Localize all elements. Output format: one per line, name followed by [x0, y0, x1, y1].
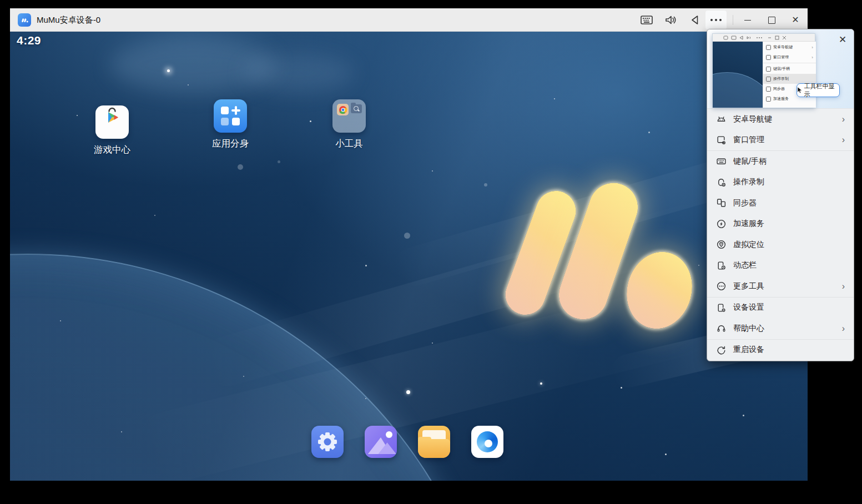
nebula-decoration: [243, 54, 354, 93]
mini-icon: [766, 45, 771, 50]
close-button[interactable]: ✕: [785, 11, 806, 29]
operation-record-icon: [716, 177, 727, 188]
feature-preview: 安卓导航键› 窗口管理› 键鼠/手柄 操作录制 同步器 加速服务 工具栏中显示 …: [707, 29, 854, 109]
desktop-app-game-center[interactable]: 游戏中心: [79, 99, 145, 156]
game-center-icon: [95, 105, 129, 139]
star: [154, 215, 155, 216]
tooltip-text: 工具栏中显示: [804, 82, 839, 99]
dock-gallery[interactable]: [365, 426, 397, 458]
menu-item-speedup-service[interactable]: 加速服务: [707, 214, 854, 235]
maximize-icon: [768, 17, 775, 24]
mini-titlebar: [713, 34, 815, 42]
menu-item-label: 加速服务: [733, 219, 764, 229]
close-icon: ✕: [792, 16, 799, 24]
mumu-logo: [18, 13, 31, 27]
bokeh-dot: [404, 233, 410, 239]
window-manage-icon: [716, 135, 727, 145]
chevron-right-icon: ›: [842, 135, 845, 144]
star: [243, 376, 244, 377]
back-button[interactable]: [684, 11, 705, 29]
panel-close-button[interactable]: ✕: [837, 34, 848, 45]
chevron-right-icon: ›: [811, 45, 813, 50]
star: [188, 84, 189, 85]
minimize-button[interactable]: [737, 11, 758, 29]
star: [365, 398, 366, 399]
mini-menu-label: 同步器: [773, 86, 785, 92]
app-label: 应用分身: [197, 138, 264, 150]
mini-menu-separator: [763, 63, 816, 63]
star: [554, 98, 555, 99]
mini-icon: [766, 67, 771, 72]
mini-menu-item: 键鼠/手柄: [763, 64, 816, 74]
star: [621, 387, 622, 389]
mini-menu-item: 安卓导航键›: [763, 42, 816, 52]
more-tools-icon: [716, 281, 727, 291]
virtual-location-icon: [716, 239, 727, 250]
menu-item-label: 重启设备: [733, 345, 764, 355]
menu-item-virtual-location[interactable]: 虚拟定位: [707, 234, 854, 255]
menu-item-keyboard-gamepad[interactable]: 键鼠/手柄: [707, 151, 854, 172]
menu-item-device-settings[interactable]: 设备设置: [707, 298, 854, 319]
device-settings-icon: [716, 303, 727, 313]
menu-item-restart-device[interactable]: 重启设备: [707, 340, 854, 361]
menu-item-label: 键鼠/手柄: [733, 157, 767, 167]
chevron-right-icon: ›: [842, 282, 845, 291]
mumu-logo-glyph: [21, 18, 28, 22]
mini-icon: [766, 77, 771, 82]
app-clone-icon: [214, 99, 247, 133]
tools-dropdown-panel: 安卓导航键› 窗口管理› 键鼠/手柄 操作录制 同步器 加速服务 工具栏中显示 …: [707, 29, 854, 361]
menu-item-window-manage[interactable]: 窗口管理 ›: [707, 130, 854, 151]
menu-item-more-tools[interactable]: 更多工具 ›: [707, 276, 854, 297]
chevron-right-icon: ›: [842, 115, 845, 124]
star: [432, 342, 433, 344]
desktop-folder-widgets[interactable]: 小工具: [316, 99, 382, 150]
keyboard-gamepad-icon: [716, 156, 727, 167]
dock-file-manager[interactable]: [418, 426, 450, 458]
emulator-window: MuMu安卓设备-0: [10, 8, 808, 481]
mini-icon: [766, 97, 771, 102]
keyboard-icon: [641, 16, 653, 24]
chrome-icon: [337, 104, 349, 115]
chevron-right-icon: ›: [842, 324, 845, 333]
window-titlebar: MuMu安卓设备-0: [10, 8, 808, 32]
mini-menu-label: 窗口管理: [773, 54, 789, 60]
maximize-button[interactable]: [761, 11, 782, 29]
tools-menu: 安卓导航键 › 窗口管理 › 键鼠/手柄 操作录制 同步器: [707, 109, 854, 360]
help-center-icon: [716, 323, 727, 334]
menu-item-label: 动态栏: [733, 260, 757, 270]
back-icon: [690, 15, 700, 25]
mini-menu-item: 窗口管理›: [763, 52, 816, 62]
cursor-icon: [797, 87, 803, 94]
mini-menu-label: 安卓导航键: [773, 44, 793, 50]
star: [310, 120, 311, 122]
menu-item-operation-record[interactable]: 操作录制: [707, 172, 854, 193]
mini-menu-label: 操作录制: [773, 76, 789, 82]
more-icon: [710, 18, 722, 22]
menu-item-synchronizer[interactable]: 同步器: [707, 193, 854, 214]
star: [60, 320, 61, 321]
window-title: MuMu安卓设备-0: [37, 8, 100, 32]
volume-icon: [664, 15, 677, 25]
status-clock: 4:29: [17, 34, 41, 47]
menu-item-dynamic-bar[interactable]: 动态栏: [707, 255, 854, 276]
volume-button[interactable]: [660, 11, 681, 29]
keyboard-button[interactable]: [636, 11, 657, 29]
desktop-app-app-clone[interactable]: 应用分身: [197, 99, 264, 150]
menu-item-label: 窗口管理: [733, 135, 764, 145]
chevron-right-icon: ›: [811, 55, 813, 60]
dock-settings[interactable]: [311, 426, 344, 458]
menu-item-label: 更多工具: [733, 281, 764, 291]
bokeh-dot: [484, 183, 487, 187]
widgets-folder-icon: [332, 99, 366, 133]
minimize-icon: [744, 20, 751, 21]
more-menu-button[interactable]: [705, 11, 727, 29]
menu-item-help-center[interactable]: 帮助中心 ›: [707, 318, 854, 339]
browser-center: [485, 440, 492, 447]
menu-item-label: 帮助中心: [733, 324, 764, 334]
star: [743, 415, 744, 416]
menu-item-label: 设备设置: [733, 303, 764, 313]
menu-item-android-navkeys[interactable]: 安卓导航键 ›: [707, 109, 854, 130]
page-indicator-dot: [406, 390, 410, 394]
synchronizer-icon: [716, 198, 727, 208]
dock-browser[interactable]: [471, 426, 503, 458]
